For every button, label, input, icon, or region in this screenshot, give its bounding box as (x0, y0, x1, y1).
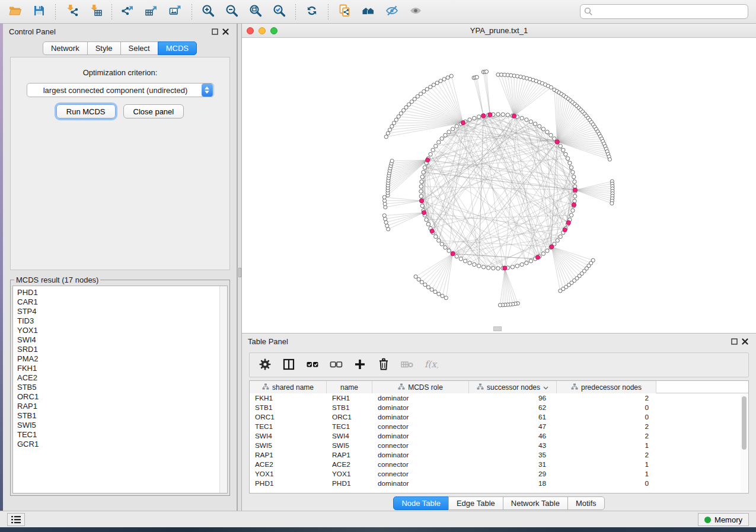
mcds-result-item[interactable]: TEC1 (17, 430, 227, 440)
mcds-result-item[interactable]: FKH1 (17, 364, 227, 373)
table-row[interactable]: ORC1ORC1dominator610 (250, 412, 748, 422)
column-header-shared-name[interactable]: shared name (250, 381, 327, 393)
export-table-button[interactable] (140, 2, 164, 21)
mcds-result-item[interactable]: STB5 (17, 383, 227, 392)
table-cell: 62 (469, 403, 557, 412)
zoom-out-button[interactable] (220, 2, 244, 21)
mcds-result-list[interactable]: PHD1CAR1STP4TID3YOX1SWI4SRD1PMA2FKH1ACE2… (12, 286, 228, 493)
save-session-button[interactable] (27, 2, 51, 21)
delete-column-button[interactable] (373, 355, 394, 374)
deselect-all-button[interactable] (326, 355, 347, 374)
network-graph[interactable] (242, 38, 756, 332)
panel-splitter[interactable] (237, 24, 242, 511)
column-header-name[interactable]: name (327, 381, 372, 393)
zoom-selected-button[interactable] (267, 2, 291, 21)
table-cell: RAP1 (250, 450, 327, 460)
mcds-result-item[interactable]: SWI4 (17, 335, 227, 345)
mcds-result-item[interactable]: RAP1 (17, 402, 227, 411)
table-row[interactable]: TEC1TEC1connector472 (250, 422, 748, 431)
mcds-result-item[interactable]: SRD1 (17, 345, 227, 354)
save-session-icon (32, 4, 46, 20)
mcds-result-item[interactable]: ORC1 (17, 392, 227, 402)
delete-table-button (397, 355, 418, 374)
zoom-in-button[interactable] (196, 2, 220, 21)
mcds-result-item[interactable]: STB1 (17, 411, 227, 421)
float-table-panel-icon[interactable] (729, 336, 739, 347)
mcds-result-item[interactable]: YOX1 (17, 326, 227, 335)
table-row[interactable]: PHD1PHD1dominator180 (250, 479, 748, 488)
import-network-button[interactable] (60, 2, 84, 21)
tab-motifs[interactable]: Motifs (567, 496, 605, 510)
clone-network-button[interactable] (333, 2, 356, 21)
maximize-window-icon[interactable] (270, 27, 277, 34)
gear-button[interactable] (254, 355, 276, 374)
refresh-button[interactable] (300, 2, 324, 21)
table-row[interactable]: SWI5SWI5connector431 (250, 441, 748, 450)
mcds-result-item[interactable]: PHD1 (17, 288, 227, 297)
table-cell: STB1 (250, 403, 327, 412)
select-all-icon (305, 357, 320, 373)
column-header-predecessor-nodes[interactable]: predecessor nodes (557, 381, 656, 393)
import-table-button[interactable] (84, 2, 107, 21)
tab-network[interactable]: Network (43, 41, 88, 55)
export-network-button[interactable] (116, 2, 140, 21)
mcds-result-item[interactable]: TID3 (17, 316, 227, 326)
zoom-fit-button[interactable] (244, 2, 267, 21)
float-panel-icon[interactable] (209, 26, 220, 37)
control-panel-tabs: NetworkStyleSelectMCDS (3, 41, 237, 55)
close-panel-icon[interactable] (220, 26, 231, 37)
network-canvas[interactable] (242, 38, 756, 332)
tab-node-table[interactable]: Node Table (393, 496, 449, 510)
mcds-result-item[interactable]: STP4 (17, 307, 227, 316)
column-header-MCDS-role[interactable]: MCDS role (372, 381, 469, 393)
table-cell: 2 (557, 422, 656, 431)
search-input[interactable] (580, 4, 748, 19)
mcds-result-item[interactable]: PMA2 (17, 354, 227, 364)
table-cell: RAP1 (327, 450, 372, 460)
tab-select[interactable]: Select (120, 41, 158, 55)
mcds-result-item[interactable]: SWI5 (17, 421, 227, 430)
table-cell: PHD1 (250, 479, 327, 488)
tab-mcds[interactable]: MCDS (158, 41, 197, 55)
table-cell: ACE2 (327, 460, 372, 469)
run-mcds-button[interactable]: Run MCDS (56, 104, 116, 118)
canvas-splitter-handle[interactable] (493, 326, 502, 331)
mcds-result-item[interactable]: ACE2 (17, 373, 227, 383)
table-scrollbar-thumb[interactable] (742, 396, 747, 450)
tab-edge-table[interactable]: Edge Table (448, 496, 503, 510)
table-row[interactable]: YOX1YOX1connector291 (250, 469, 748, 479)
close-panel-button[interactable]: Close panel (123, 104, 184, 118)
open-file-button[interactable] (4, 2, 27, 21)
minimize-window-icon[interactable] (259, 27, 266, 34)
close-table-panel-icon[interactable] (739, 336, 750, 347)
table-scrollbar[interactable] (741, 394, 748, 492)
table-cell: dominator (372, 450, 469, 460)
columns-button[interactable] (278, 355, 299, 374)
table-row[interactable]: FKH1FKH1dominator962 (250, 393, 748, 403)
column-label: predecessor nodes (581, 383, 642, 392)
table-row[interactable]: RAP1RAP1dominator352 (250, 450, 748, 460)
mcds-result-item[interactable]: GCR1 (17, 440, 227, 449)
column-header-successor-nodes[interactable]: successor nodes (469, 381, 557, 393)
mcds-result-item[interactable]: CAR1 (17, 297, 227, 307)
mcds-list-scrollbar[interactable] (219, 286, 227, 493)
hide-selected-button[interactable] (380, 2, 404, 21)
close-window-icon[interactable] (247, 27, 254, 34)
add-column-button[interactable] (349, 355, 371, 374)
select-all-button[interactable] (302, 355, 323, 374)
table-row[interactable]: ACE2ACE2connector311 (250, 460, 748, 469)
table-row[interactable]: SWI4SWI4dominator462 (250, 431, 748, 441)
criterion-value: largest connected component (undirected) (27, 86, 202, 95)
export-image-button[interactable] (164, 2, 187, 21)
tab-network-table[interactable]: Network Table (503, 496, 568, 510)
splitter-handle[interactable] (238, 268, 241, 277)
show-all-button[interactable] (404, 2, 428, 21)
memory-button[interactable]: Memory (698, 513, 749, 526)
table-cell: SWI5 (327, 441, 372, 450)
table-tabs: Node TableEdge TableNetwork TableMotifs (242, 496, 756, 510)
criterion-select[interactable]: largest connected component (undirected) (27, 83, 214, 97)
first-neighbors-button[interactable] (356, 2, 380, 21)
table-row[interactable]: STB1STB1dominator620 (250, 403, 748, 412)
task-history-button[interactable] (7, 513, 25, 526)
tab-style[interactable]: Style (87, 41, 121, 55)
